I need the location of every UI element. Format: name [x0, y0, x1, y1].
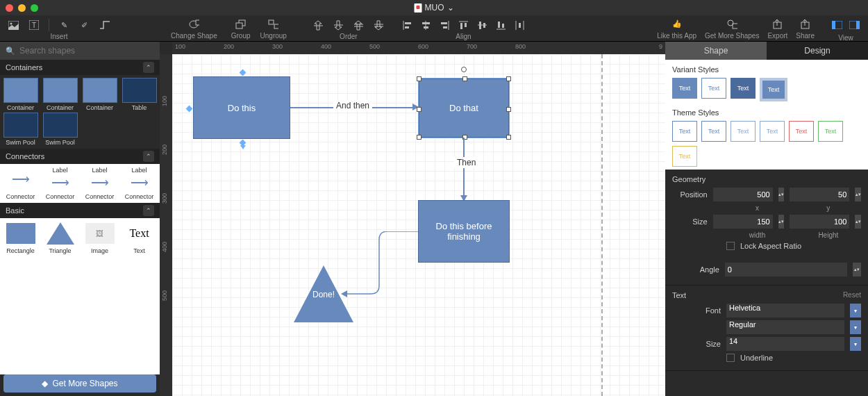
flowchart-node-b[interactable]: Do that [419, 79, 509, 138]
theme-red[interactable]: Text [789, 121, 814, 142]
shape-rectangle[interactable]: Rectangle [1, 221, 40, 254]
shapes-icon[interactable] [727, 19, 737, 29]
add-connector-hint[interactable] [240, 145, 246, 152]
canvas[interactable]: Do this And then Do that [172, 54, 665, 396]
align-bottom-icon[interactable] [496, 20, 506, 31]
variant-2[interactable]: Text [701, 78, 726, 99]
shape-container-3[interactable]: Container [81, 78, 119, 111]
dropdown-icon[interactable]: ▾ [850, 320, 861, 334]
shape-triangle[interactable]: Triangle [41, 221, 79, 254]
section-basic[interactable]: Basic⌃ [0, 203, 160, 218]
chevron-up-icon[interactable]: ⌃ [143, 62, 154, 73]
font-size-select[interactable]: 14 [726, 337, 844, 351]
bring-front-icon[interactable] [313, 20, 324, 31]
flowchart-node-a[interactable]: Do this [193, 76, 290, 139]
minimize-window-button[interactable] [18, 4, 26, 12]
variant-3[interactable]: Text [731, 78, 756, 99]
theme-blue-2[interactable]: Text [701, 121, 726, 142]
stepper[interactable]: ▴▾ [853, 263, 861, 277]
pen-icon[interactable]: ✐ [79, 20, 90, 31]
view-sidebar-left-icon[interactable] [832, 20, 842, 31]
resize-handle-w[interactable] [417, 107, 422, 112]
font-select[interactable]: Helvetica [726, 304, 844, 317]
maximize-window-button[interactable] [31, 4, 38, 12]
theme-yellow[interactable]: Text [672, 146, 697, 167]
share-icon[interactable] [800, 19, 810, 29]
section-connectors[interactable]: Connectors⌃ [0, 149, 160, 164]
align-right-icon[interactable] [440, 20, 450, 31]
theme-green[interactable]: Text [818, 121, 843, 142]
like-label: Like this App [657, 32, 696, 40]
section-containers[interactable]: Containers⌃ [0, 60, 160, 75]
distribute-h-icon[interactable] [515, 20, 525, 31]
connector-icon[interactable] [99, 20, 110, 31]
shape-swimpool-1[interactable]: Swim Pool [1, 113, 40, 146]
underline-checkbox[interactable] [726, 354, 735, 362]
shape-text[interactable]: TextText [120, 221, 158, 254]
insert-text-icon[interactable]: T [28, 20, 39, 31]
shape-image[interactable]: 🖼Image [81, 221, 119, 254]
dropdown-icon[interactable]: ▾ [850, 337, 861, 351]
resize-handle-nw[interactable] [417, 76, 422, 81]
stepper[interactable]: ▴▾ [855, 215, 861, 229]
reset-button[interactable]: Reset [843, 291, 861, 299]
resize-handle-n[interactable] [462, 76, 467, 81]
get-more-shapes-button[interactable]: ◆ Get More Shapes [3, 374, 156, 393]
connector-bc-label[interactable]: Then [454, 157, 478, 168]
view-sidebar-right-icon[interactable] [849, 20, 860, 31]
theme-lightblue-2[interactable]: Text [760, 121, 785, 142]
shape-swimpool-2[interactable]: Swim Pool [41, 113, 79, 146]
ungroup-icon[interactable] [268, 19, 278, 29]
align-top-icon[interactable] [458, 20, 469, 31]
shape-container-1[interactable]: Container [1, 78, 40, 111]
export-icon[interactable] [772, 19, 783, 29]
resize-handle-e[interactable] [506, 107, 511, 112]
group-icon[interactable] [235, 19, 246, 29]
like-icon[interactable]: 👍 [671, 19, 682, 29]
shape-connector-4[interactable]: Label⟶Connector [120, 167, 158, 200]
change-shape-icon[interactable] [189, 19, 199, 29]
font-weight-select[interactable]: Regular [726, 320, 844, 334]
shape-connector-3[interactable]: Label⟶Connector [81, 167, 119, 200]
bring-forward-icon[interactable] [353, 20, 364, 31]
align-center-h-icon[interactable] [421, 20, 431, 31]
position-x-input[interactable] [713, 188, 773, 201]
tab-shape[interactable]: Shape [665, 42, 767, 60]
close-window-button[interactable] [6, 4, 13, 12]
chevron-up-icon[interactable]: ⌃ [143, 151, 154, 162]
search-input[interactable] [19, 46, 154, 56]
position-y-input[interactable] [790, 188, 849, 201]
variant-4-selected[interactable]: Text [760, 78, 787, 101]
stepper[interactable]: ▴▾ [855, 188, 861, 201]
shape-container-2[interactable]: Container [41, 78, 79, 111]
document-title[interactable]: MUO ⌄ [415, 3, 454, 13]
shape-table[interactable]: Table [120, 78, 158, 111]
shape-connector-2[interactable]: Label⟶Connector [41, 167, 79, 200]
resize-handle-ne[interactable] [506, 76, 511, 81]
insert-image-icon[interactable] [8, 20, 19, 31]
dropdown-icon[interactable]: ▾ [850, 304, 861, 317]
theme-lightblue[interactable]: Text [731, 121, 756, 142]
stepper[interactable]: ▴▾ [778, 188, 785, 201]
send-backward-icon[interactable] [374, 20, 384, 31]
angle-input[interactable] [725, 263, 848, 277]
send-back-icon[interactable] [333, 20, 344, 31]
resize-handle-se[interactable] [506, 135, 511, 140]
shape-connector-1[interactable]: ⟶Connector [1, 167, 40, 200]
rotate-handle[interactable] [461, 67, 467, 72]
flowchart-node-c[interactable]: Do this before finishing [418, 200, 510, 263]
search-shapes[interactable]: 🔍 [0, 42, 160, 60]
theme-blue[interactable]: Text [672, 121, 697, 142]
align-left-icon[interactable] [402, 20, 412, 31]
tab-design[interactable]: Design [767, 42, 868, 60]
width-input[interactable] [713, 215, 773, 229]
lock-aspect-checkbox[interactable] [726, 242, 735, 250]
stepper[interactable]: ▴▾ [778, 215, 785, 229]
chevron-up-icon[interactable]: ⌃ [143, 205, 154, 216]
variant-1[interactable]: Text [672, 78, 697, 99]
align-middle-v-icon[interactable] [477, 20, 487, 31]
connector-ab-label[interactable]: And then [333, 100, 372, 111]
height-input[interactable] [790, 215, 849, 229]
pencil-icon[interactable]: ✎ [59, 20, 69, 31]
resize-handle-sw[interactable] [417, 135, 422, 140]
